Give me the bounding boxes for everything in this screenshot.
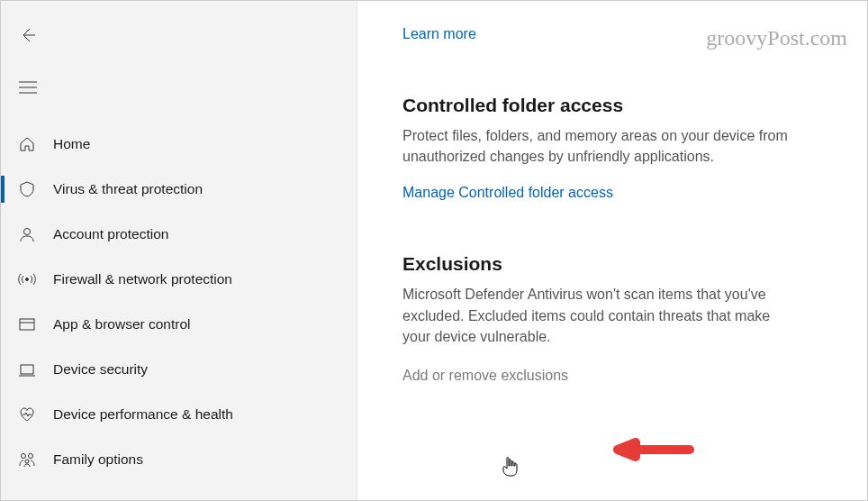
nav-label: Virus & threat protection — [53, 181, 203, 197]
svg-point-9 — [22, 454, 26, 459]
nav-label: Account protection — [53, 226, 168, 242]
svg-rect-5 — [20, 319, 34, 330]
add-remove-exclusions-link[interactable]: Add or remove exclusions — [402, 365, 568, 386]
svg-point-3 — [24, 229, 31, 235]
family-icon — [17, 450, 37, 469]
nav-label: Firewall & network protection — [53, 271, 232, 287]
nav-list: Home Virus & threat protection Account p… — [1, 122, 357, 482]
window-icon — [17, 314, 37, 334]
section-heading: Exclusions — [402, 253, 822, 275]
sidebar-item-device-security[interactable]: Device security — [1, 347, 357, 392]
shield-icon — [17, 179, 37, 199]
sidebar-item-account-protection[interactable]: Account protection — [1, 212, 357, 257]
sidebar-item-family[interactable]: Family options — [1, 437, 357, 482]
antenna-icon — [17, 269, 37, 289]
person-icon — [17, 224, 37, 244]
main-content: Learn more Controlled folder access Prot… — [357, 1, 867, 500]
controlled-folder-section: Controlled folder access Protect files, … — [402, 95, 822, 201]
manage-controlled-folder-link[interactable]: Manage Controlled folder access — [402, 185, 613, 201]
svg-point-4 — [26, 278, 29, 281]
section-description: Protect files, folders, and memory areas… — [402, 125, 799, 167]
nav-label: Family options — [53, 451, 143, 468]
device-icon — [17, 360, 37, 379]
nav-label: Device performance & health — [53, 406, 233, 423]
sidebar-item-home[interactable]: Home — [1, 122, 357, 167]
nav-label: App & browser control — [53, 316, 191, 332]
sidebar-item-virus-threat[interactable]: Virus & threat protection — [1, 167, 357, 212]
home-icon — [17, 134, 37, 154]
section-description: Microsoft Defender Antivirus won't scan … — [402, 284, 799, 347]
exclusions-section: Exclusions Microsoft Defender Antivirus … — [402, 253, 822, 386]
hamburger-menu-button[interactable] — [10, 69, 46, 105]
sidebar-item-firewall[interactable]: Firewall & network protection — [1, 257, 357, 302]
section-heading: Controlled folder access — [402, 95, 822, 116]
heart-icon — [17, 405, 37, 424]
sidebar-item-app-browser[interactable]: App & browser control — [1, 302, 357, 347]
svg-point-10 — [29, 454, 33, 459]
back-arrow-icon — [19, 26, 37, 44]
nav-label: Home — [53, 136, 90, 152]
back-button[interactable] — [10, 17, 46, 53]
learn-more-link[interactable]: Learn more — [402, 26, 476, 42]
sidebar: Home Virus & threat protection Account p… — [1, 1, 357, 500]
nav-label: Device security — [53, 361, 148, 378]
svg-rect-7 — [21, 365, 33, 374]
hamburger-icon — [19, 81, 37, 94]
svg-point-11 — [25, 460, 29, 463]
sidebar-item-device-performance[interactable]: Device performance & health — [1, 392, 357, 437]
